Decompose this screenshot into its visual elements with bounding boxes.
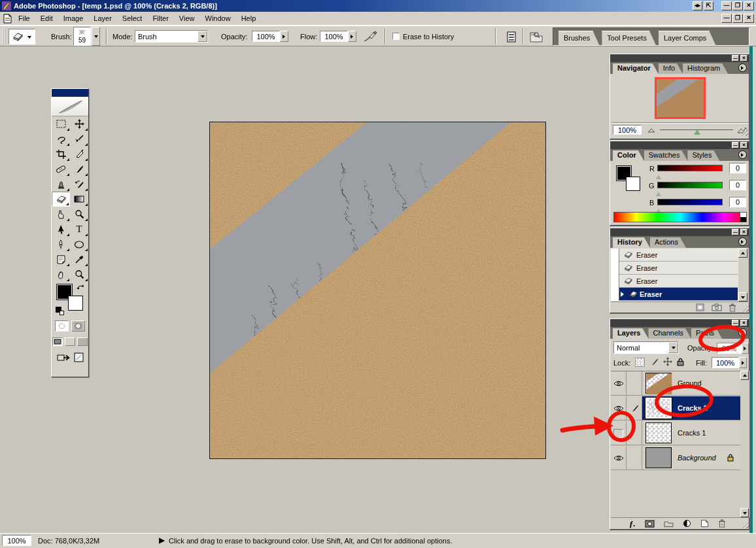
layer-thumbnail[interactable] (645, 398, 672, 419)
blue-slider[interactable] (657, 199, 723, 205)
menu-help[interactable]: Help (236, 12, 262, 25)
menu-image[interactable]: Image (58, 12, 89, 25)
tab-paths[interactable]: Paths (691, 328, 722, 339)
shape-tool-icon[interactable] (70, 237, 88, 252)
new-layer-set-folder-icon[interactable] (664, 520, 674, 527)
tab-channels[interactable]: Channels (648, 328, 691, 339)
erase-to-history-checkbox[interactable] (392, 33, 400, 40)
layer-row-cracks1[interactable]: Cracks 1 (611, 421, 740, 445)
add-layer-mask-icon[interactable] (645, 520, 655, 528)
panel-close-icon[interactable]: ✕ (740, 320, 747, 326)
clone-stamp-tool-icon[interactable] (52, 177, 70, 192)
blend-mode-arrow[interactable] (668, 342, 678, 353)
delete-layer-trash-icon[interactable] (718, 519, 726, 528)
menu-file[interactable]: File (13, 12, 35, 25)
brush-preset-preview[interactable]: 59 (73, 27, 91, 46)
layers-title-bar[interactable]: —✕ (610, 319, 749, 327)
scroll-down-icon[interactable] (740, 508, 749, 517)
layer-name[interactable]: Cracks 1 (678, 429, 706, 437)
mode-dropdown-arrow[interactable] (198, 31, 207, 42)
flow-field[interactable]: 100% (320, 31, 348, 42)
history-state-row[interactable]: Eraser (611, 275, 738, 288)
palette-tab-tool-presets[interactable]: Tool Presets (602, 31, 656, 45)
background-color-swatch[interactable] (68, 296, 83, 311)
fullscreen-menubar-mode-button[interactable] (65, 337, 75, 346)
layer-name[interactable]: Ground (678, 379, 702, 387)
document-icon[interactable] (3, 14, 12, 24)
history-title-bar[interactable]: —✕ (610, 228, 749, 236)
marquee-tool-icon[interactable] (52, 116, 70, 131)
panel-resize-grip[interactable] (741, 304, 749, 312)
history-brush-tool-icon[interactable] (70, 177, 88, 192)
layer-thumbnail[interactable] (645, 447, 672, 468)
new-document-from-state-icon[interactable] (695, 303, 705, 311)
magic-wand-tool-icon[interactable] (70, 131, 88, 146)
brush-tool-icon[interactable] (70, 162, 88, 177)
doc-close-button[interactable]: ✕ (744, 14, 754, 23)
lock-all-icon[interactable] (676, 357, 685, 366)
path-selection-tool-icon[interactable] (52, 222, 70, 237)
quick-mask-mode-button[interactable] (71, 320, 85, 332)
layer-style-icon[interactable]: ƒ. (629, 519, 636, 529)
navigator-proxy-view[interactable] (655, 77, 706, 119)
layer-thumbnail[interactable] (645, 422, 672, 443)
panel-minimize-icon[interactable]: — (732, 229, 739, 235)
file-browser-icon[interactable] (528, 29, 545, 44)
fill-field[interactable]: 100% (712, 357, 739, 368)
mode-dropdown[interactable]: Brush (135, 30, 208, 43)
history-state-row[interactable]: Eraser (611, 248, 738, 262)
minimize-button[interactable]: — (721, 1, 732, 10)
color-spectrum-ramp[interactable] (613, 212, 747, 222)
panel-menu-icon[interactable] (738, 150, 747, 159)
color-title-bar[interactable]: —✕ (610, 141, 749, 149)
swap-colors-icon[interactable] (76, 284, 85, 292)
tab-info[interactable]: Info (659, 63, 683, 74)
opacity-field[interactable]: 100% (252, 31, 280, 42)
tab-navigator[interactable]: Navigator (613, 63, 659, 74)
history-source-checkbox[interactable] (611, 288, 619, 301)
red-slider-thumb[interactable] (656, 172, 661, 179)
palette-tab-brushes[interactable]: Brushes (558, 31, 599, 45)
tab-styles[interactable]: Styles (687, 150, 719, 161)
panel-menu-icon[interactable] (738, 237, 747, 246)
scroll-up-icon[interactable] (738, 248, 747, 258)
panel-close-icon[interactable]: ✕ (740, 55, 747, 61)
panel-minimize-icon[interactable]: — (732, 320, 739, 326)
layer-row-cracks2-selected[interactable]: Cracks 2 (611, 396, 740, 420)
flow-slider-arrow[interactable] (348, 31, 356, 42)
color-background-swatch[interactable] (626, 177, 640, 191)
delete-trash-icon[interactable] (729, 303, 736, 312)
link-edit-box[interactable] (627, 421, 642, 445)
menu-filter[interactable]: Filter (147, 12, 173, 25)
standard-screen-mode-button[interactable] (52, 337, 63, 346)
menu-layer[interactable]: Layer (88, 12, 117, 25)
notes-tool-icon[interactable] (52, 252, 70, 267)
green-slider[interactable] (657, 182, 723, 188)
new-snapshot-camera-icon[interactable] (712, 303, 722, 311)
menu-edit[interactable]: Edit (35, 12, 58, 25)
menu-select[interactable]: Select (117, 12, 148, 25)
layers-scrollbar[interactable] (740, 371, 749, 517)
visibility-toggle[interactable] (611, 371, 627, 396)
navigator-title-bar[interactable]: —✕ (610, 54, 749, 62)
layers-opacity-field[interactable]: 20% (717, 343, 742, 354)
menu-view[interactable]: View (174, 12, 200, 25)
panel-menu-icon[interactable] (738, 63, 747, 72)
painting-indicator[interactable] (627, 396, 642, 420)
zoom-slider-thumb[interactable] (694, 126, 700, 135)
blue-value-field[interactable]: 0 (729, 197, 746, 207)
toolbox-title-bar[interactable] (52, 89, 88, 97)
panel-close-icon[interactable]: ✕ (740, 142, 747, 148)
link-edit-box[interactable] (627, 446, 642, 470)
scroll-down-icon[interactable] (738, 292, 747, 301)
panel-menu-icon[interactable] (738, 328, 747, 337)
green-slider-thumb[interactable] (656, 189, 661, 196)
healing-brush-tool-icon[interactable] (52, 162, 70, 177)
doc-minimize-button[interactable]: — (721, 14, 732, 23)
navigator-zoom-field[interactable]: 100% (613, 125, 642, 135)
layer-name[interactable]: Background (678, 454, 716, 462)
tab-history[interactable]: History (613, 237, 650, 248)
smudge-tool-icon[interactable] (52, 207, 70, 222)
move-tool-icon[interactable] (70, 116, 88, 131)
tab-layers[interactable]: Layers (613, 328, 648, 339)
